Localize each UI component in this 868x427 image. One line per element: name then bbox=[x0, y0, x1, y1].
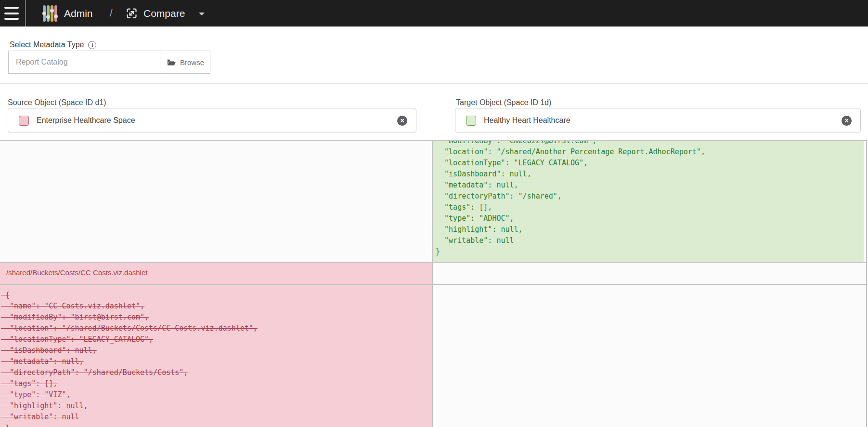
diff-column-divider bbox=[432, 140, 433, 427]
chevron-down-icon[interactable] bbox=[199, 13, 205, 15]
removed-json-block: { "name": "CC Costs.viz.dashlet", "modif… bbox=[0, 285, 432, 427]
json-line: "highlight": null, bbox=[436, 224, 864, 235]
target-color-swatch bbox=[466, 116, 476, 126]
json-line: } bbox=[436, 246, 864, 257]
removed-object-path: /shared/Buckets/Costs/CC Costs.viz.dashl… bbox=[0, 263, 432, 283]
target-object-label: Target Object (Space ID 1d) bbox=[456, 98, 551, 107]
compare-icon bbox=[125, 0, 138, 27]
json-line: "directoryPath": "/shared/Buckets/Costs"… bbox=[1, 367, 432, 378]
json-line: "type": "ADHOC", bbox=[436, 213, 864, 224]
json-line: "tags": [], bbox=[1, 378, 432, 389]
json-line: "type": "VIZ", bbox=[1, 389, 432, 400]
target-object-field[interactable]: Healthy Heart Healthcare × bbox=[455, 108, 861, 133]
json-line: "metadata": null, bbox=[436, 180, 864, 191]
page: Admin / Compare Select Metadata Type i bbox=[0, 0, 868, 427]
target-object-value: Healthy Heart Healthcare bbox=[484, 116, 842, 125]
diff-source-empty-cell bbox=[0, 141, 432, 262]
metadata-type-picker: Browse bbox=[8, 51, 210, 74]
json-line: "metadata": null, bbox=[1, 356, 432, 367]
browse-button-label: Browse bbox=[180, 58, 204, 67]
json-line: "name": "CC Costs.viz.dashlet", bbox=[1, 301, 432, 312]
browse-button[interactable]: Browse bbox=[160, 51, 210, 73]
diff-row-border-2 bbox=[0, 284, 867, 285]
info-icon[interactable]: i bbox=[88, 41, 96, 49]
source-object-value: Enterprise Healthcare Space bbox=[37, 116, 397, 125]
metadata-type-label: Select Metadata Type bbox=[10, 40, 84, 49]
folder-icon bbox=[166, 58, 176, 67]
breadcrumb-separator: / bbox=[110, 0, 113, 27]
json-line: "modifiedBy": "cmecozzi@birst.com", bbox=[436, 141, 864, 147]
json-line: } bbox=[1, 423, 432, 427]
json-line: "tags": [], bbox=[436, 202, 864, 213]
added-json-block: "modifiedBy": "cmecozzi@birst.com", "loc… bbox=[433, 141, 864, 262]
json-line: "writable": null bbox=[1, 412, 432, 423]
json-line: "isDashboard": null, bbox=[436, 169, 864, 180]
diff-target-empty-cell bbox=[433, 285, 866, 427]
diff-target-added-cell: "modifiedBy": "cmecozzi@birst.com", "loc… bbox=[433, 141, 866, 262]
json-line: "modifiedBy": "birst@birst.com", bbox=[1, 312, 432, 323]
json-line: "isDashboard": null, bbox=[1, 345, 432, 356]
json-line: "location": "/shared/Buckets/Costs/CC Co… bbox=[1, 323, 432, 334]
json-line: "locationType": "LEGACY_CATALOG", bbox=[1, 334, 432, 345]
source-object-field[interactable]: Enterprise Healthcare Space × bbox=[8, 108, 416, 133]
section-divider bbox=[0, 83, 868, 84]
json-line: "highlight": null, bbox=[1, 400, 432, 412]
breadcrumb-compare[interactable]: Compare bbox=[143, 0, 185, 27]
target-clear-icon[interactable]: × bbox=[842, 116, 852, 126]
diff-right-border bbox=[866, 140, 867, 427]
json-line: "directoryPath": "/shared", bbox=[436, 191, 864, 202]
navbar-divider bbox=[25, 0, 26, 27]
top-navbar: Admin / Compare bbox=[0, 0, 868, 27]
source-color-swatch bbox=[19, 116, 29, 126]
diff-row-border-1 bbox=[0, 262, 867, 263]
diff-source-removed-cell: { "name": "CC Costs.viz.dashlet", "modif… bbox=[0, 285, 432, 427]
json-line: "writable": null bbox=[436, 235, 864, 246]
hamburger-menu-icon[interactable] bbox=[4, 7, 21, 20]
breadcrumb-admin[interactable]: Admin bbox=[64, 0, 93, 27]
json-line: "location": "/shared/Another Percentage … bbox=[436, 147, 864, 158]
json-line: "locationType": "LEGACY_CATALOG", bbox=[436, 158, 864, 169]
source-clear-icon[interactable]: × bbox=[397, 116, 407, 126]
metadata-type-input[interactable] bbox=[9, 51, 160, 73]
json-line: { bbox=[1, 290, 432, 301]
diff-source-path-cell: /shared/Buckets/Costs/CC Costs.viz.dashl… bbox=[0, 263, 432, 284]
app-logo-icon[interactable] bbox=[43, 5, 60, 22]
diff-top-border bbox=[0, 140, 867, 141]
source-object-label: Source Object (Space ID d1) bbox=[8, 98, 106, 107]
diff-target-empty-path-cell bbox=[433, 263, 866, 284]
